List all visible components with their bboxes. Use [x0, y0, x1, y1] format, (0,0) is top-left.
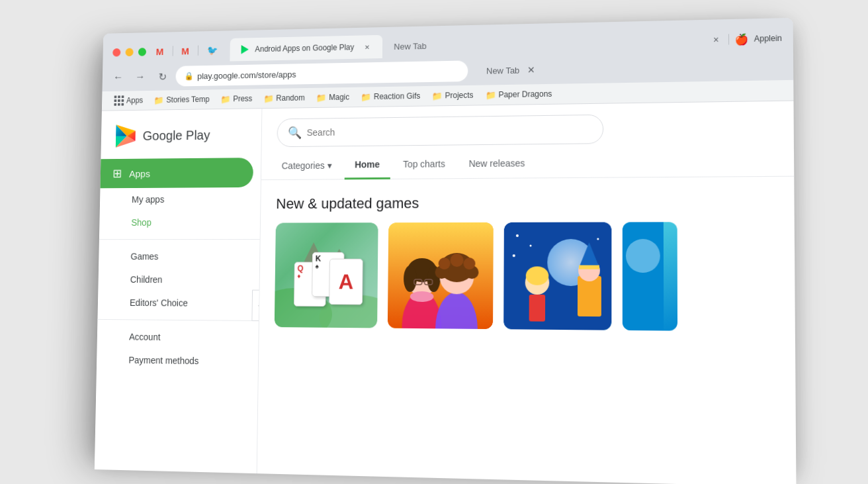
main-content: 🔍 Categories ▾ Home Top charts New relea…: [257, 101, 797, 484]
game-img-egypt: [503, 222, 611, 330]
bookmark-projects[interactable]: 📁 Projects: [427, 88, 479, 103]
apps-grid-icon: [114, 95, 124, 105]
new-tab-right-label: New Tab: [486, 65, 519, 75]
bookmark-paper-dragons[interactable]: 📁 Paper Dragons: [480, 87, 557, 102]
bookmark-reaction-label: Reaction Gifs: [374, 91, 420, 101]
game-card-egypt[interactable]: [503, 222, 611, 330]
solitaire-illustration: Q ♦ K ♠ A: [275, 222, 378, 328]
folder-icon-magic: 📁: [316, 92, 327, 102]
divider-3: [728, 34, 729, 44]
bookmark-magic[interactable]: 📁 Magic: [311, 90, 355, 105]
lock-icon: 🔒: [185, 71, 194, 80]
game-card-ocean[interactable]: [623, 222, 677, 330]
top-charts-label: Top charts: [403, 158, 445, 169]
section-title: New & updated games: [261, 176, 795, 222]
games-label: Games: [130, 251, 158, 262]
payment-methods-label: Payment methods: [128, 354, 198, 365]
google-play-text: Google Play: [143, 127, 210, 142]
forward-button[interactable]: →: [132, 68, 149, 85]
tab-new[interactable]: New Tab: [384, 33, 437, 58]
tab-top-charts[interactable]: Top charts: [392, 150, 455, 179]
editors-choice-label: Editors' Choice: [130, 297, 188, 308]
bookmark-random-label: Random: [276, 93, 304, 102]
browser-window: M M 🐦: [95, 17, 796, 470]
sidebar-item-games[interactable]: Games: [99, 244, 260, 267]
close-button[interactable]: ×: [709, 32, 723, 46]
game-img-character: [388, 222, 494, 328]
browser-chrome: M M 🐦: [102, 17, 794, 111]
categories-arrow-icon: ▾: [327, 160, 331, 170]
sidebar-item-my-apps[interactable]: My apps: [100, 187, 261, 211]
bookmark-stories-label: Stories Temp: [166, 95, 209, 104]
search-bar[interactable]: 🔍: [277, 114, 603, 146]
folder-icon-reaction: 📁: [361, 91, 371, 101]
tab-new-releases[interactable]: New releases: [458, 150, 536, 179]
categories-label: Categories: [282, 160, 325, 171]
bookmark-random[interactable]: 📁 Random: [259, 91, 310, 105]
sidebar: Google Play ⊞ Apps My apps Shop Games Ch…: [95, 109, 263, 473]
sidebar-divider-2: [97, 318, 258, 320]
game-card-solitaire[interactable]: Q ♦ K ♠ A: [275, 222, 378, 328]
reload-button[interactable]: ↻: [153, 67, 171, 85]
traffic-lights: [112, 47, 146, 56]
minimize-traffic-light[interactable]: [125, 48, 133, 56]
svg-marker-0: [241, 44, 249, 54]
tabs-row: Categories ▾ Home Top charts New release…: [261, 147, 794, 180]
children-label: Children: [130, 274, 163, 285]
play-logo-icon: [113, 123, 138, 149]
bookmark-magic-label: Magic: [329, 92, 349, 101]
browser-content: Google Play ⊞ Apps My apps Shop Games Ch…: [95, 101, 797, 484]
apple-logo-icon: 🍎: [734, 32, 748, 46]
game-card-character[interactable]: [388, 222, 494, 328]
tab-close-button[interactable]: ✕: [362, 41, 372, 52]
folder-icon-projects: 📁: [432, 91, 443, 101]
bookmark-projects-label: Projects: [445, 90, 474, 100]
bookmark-dragons-label: Paper Dragons: [498, 89, 552, 99]
gmail-icon-1[interactable]: M: [156, 46, 164, 56]
fullscreen-traffic-light[interactable]: [138, 47, 146, 56]
tab-home[interactable]: Home: [344, 151, 390, 179]
new-tab-label: New Tab: [394, 40, 426, 51]
close-traffic-light[interactable]: [112, 48, 120, 56]
sidebar-item-shop[interactable]: Shop: [99, 211, 260, 234]
address-bar[interactable]: 🔒 play.google.com/store/apps: [175, 60, 468, 86]
twitter-icon[interactable]: 🐦: [207, 44, 218, 55]
divider-1: [172, 46, 173, 56]
divider-2: [198, 45, 198, 55]
gmail-icon-2[interactable]: M: [181, 45, 189, 56]
applein-label: Applein: [754, 33, 782, 43]
bookmark-press-label: Press: [233, 94, 252, 103]
play-favicon: [240, 44, 250, 54]
bookmark-reaction-gifs[interactable]: 📁 Reaction Gifs: [356, 89, 426, 103]
folder-icon-dragons: 📁: [485, 89, 496, 99]
svg-rect-38: [579, 265, 599, 269]
sidebar-item-children[interactable]: Children: [98, 267, 259, 291]
bookmark-apps-label: Apps: [126, 95, 144, 105]
url-text: play.google.com/store/apps: [197, 69, 296, 80]
apps-nav-icon: ⊞: [112, 166, 122, 180]
folder-icon-stories: 📁: [154, 95, 164, 105]
shop-label: Shop: [131, 217, 152, 228]
bookmark-press[interactable]: 📁 Press: [216, 91, 257, 105]
back-button[interactable]: ←: [110, 68, 127, 86]
apps-nav-label: Apps: [129, 168, 150, 179]
sidebar-item-editors-choice[interactable]: Editors' Choice: [98, 291, 259, 315]
search-icon: 🔍: [288, 125, 302, 140]
tab-x-button[interactable]: ✕: [525, 63, 538, 76]
search-bar-container: 🔍: [261, 101, 793, 152]
sidebar-divider-1: [99, 239, 260, 240]
google-play-logo[interactable]: Google Play: [101, 109, 261, 159]
bookmark-stories-temp[interactable]: 📁 Stories Temp: [149, 92, 214, 107]
tab-google-play[interactable]: Android Apps on Google Play ✕: [230, 34, 382, 61]
bookmark-apps[interactable]: Apps: [109, 93, 148, 107]
game-img-solitaire: Q ♦ K ♠ A: [275, 222, 378, 328]
svg-rect-35: [578, 275, 601, 316]
sidebar-item-payment-methods[interactable]: Payment methods: [97, 348, 258, 373]
folder-icon-press: 📁: [220, 94, 230, 104]
categories-button[interactable]: Categories ▾: [271, 152, 342, 179]
sidebar-item-apps[interactable]: ⊞ Apps: [100, 158, 253, 188]
account-label: Account: [129, 331, 161, 342]
tab-label: Android Apps on Google Play: [255, 42, 354, 54]
sidebar-item-account[interactable]: Account: [97, 324, 259, 350]
search-input[interactable]: [307, 124, 592, 138]
